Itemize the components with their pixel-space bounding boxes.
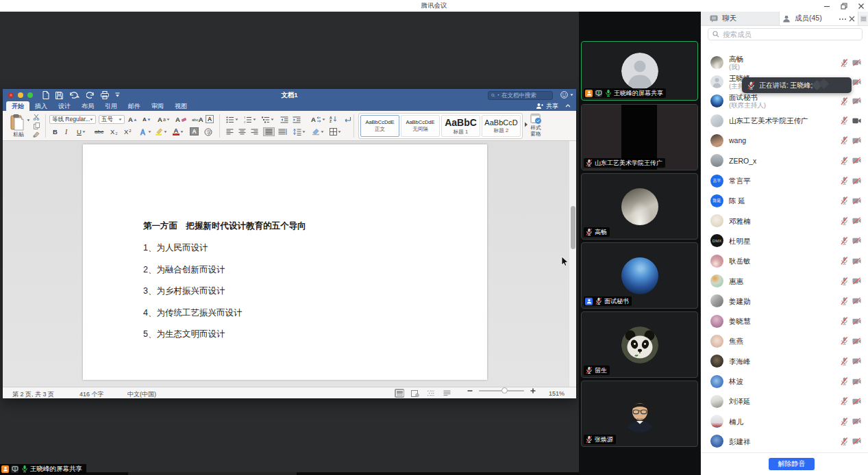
align-left-button[interactable] [226, 127, 234, 136]
font-size-combo[interactable]: 五号 [99, 115, 125, 124]
member-row[interactable]: 姜建勋 [701, 291, 868, 311]
zoom-in-button[interactable] [530, 388, 536, 394]
font-color-button[interactable]: A [173, 127, 184, 136]
minimize-button[interactable] [822, 1, 831, 10]
grow-font-button[interactable]: A [128, 115, 137, 124]
draft-view-button[interactable] [442, 389, 451, 398]
video-tile[interactable]: 王晓峰的屏幕共享 [581, 41, 698, 101]
style-chip[interactable]: AaBbCcD 标题 2 [482, 115, 521, 137]
text-effects-button[interactable]: A [140, 127, 151, 136]
print-layout-view-button[interactable] [395, 389, 404, 398]
camera-status-icon[interactable] [852, 437, 861, 445]
text-direction-button[interactable]: A [311, 115, 325, 124]
mic-status-icon[interactable] [841, 59, 848, 67]
camera-status-icon[interactable] [852, 237, 861, 244]
unmute-button[interactable]: 解除静音 [769, 458, 815, 470]
camera-status-icon[interactable] [852, 177, 861, 185]
member-row[interactable]: 姜晓慧 [701, 311, 868, 331]
video-tile[interactable]: 面试秘书 [581, 242, 698, 309]
member-row[interactable]: 彭建祥 [701, 431, 868, 451]
align-center-button[interactable] [238, 127, 246, 136]
panel-layout-button[interactable] [860, 16, 867, 22]
subscript-button[interactable]: X2 [110, 127, 118, 136]
member-row[interactable]: 言平 常言平 [701, 170, 868, 190]
member-row[interactable]: wang [701, 131, 868, 151]
close-button[interactable] [856, 1, 865, 10]
format-painter-icon[interactable] [33, 131, 40, 138]
ribbon-tab[interactable]: 设计 [53, 101, 76, 111]
member-row[interactable]: 林波 [701, 371, 868, 391]
camera-status-icon[interactable] [852, 97, 861, 105]
change-case-button[interactable]: Aa [158, 115, 170, 124]
mic-status-icon[interactable] [841, 317, 848, 325]
web-layout-view-button[interactable] [410, 389, 420, 398]
underline-button[interactable]: U [77, 127, 86, 136]
mic-status-icon[interactable] [841, 136, 848, 144]
mic-status-icon[interactable] [841, 337, 848, 345]
camera-status-icon[interactable] [852, 197, 861, 205]
member-search-box[interactable] [708, 28, 863, 40]
multilevel-list-button[interactable] [262, 115, 274, 124]
highlight-button[interactable] [155, 127, 167, 136]
camera-status-icon[interactable] [852, 297, 861, 305]
camera-status-icon[interactable] [852, 378, 861, 385]
member-row[interactable]: 邓雅楠 [701, 211, 868, 231]
align-right-button[interactable] [251, 127, 258, 136]
paste-icon[interactable] [10, 114, 24, 131]
member-row[interactable]: 惠惠 [701, 271, 868, 291]
camera-status-icon[interactable] [852, 78, 861, 86]
ribbon-tab[interactable]: 开始 [6, 101, 29, 111]
ribbon-tab[interactable]: 布局 [76, 101, 99, 111]
member-row[interactable]: ZERO_x [701, 151, 868, 170]
camera-status-icon[interactable] [852, 337, 861, 345]
line-spacing-button[interactable] [293, 127, 306, 136]
borders-button[interactable] [330, 127, 341, 136]
member-row[interactable]: 耿岳敏 [701, 251, 868, 271]
style-chip[interactable]: AaBbCcDdE 无间隔 [401, 115, 440, 137]
ribbon-tab[interactable]: 引用 [99, 101, 123, 111]
style-pane-button[interactable]: 样式窗格 [528, 114, 544, 137]
feedback-smiley[interactable] [560, 91, 573, 99]
ribbon-tab[interactable]: 邮件 [123, 101, 146, 111]
zoom-slider-thumb[interactable] [501, 387, 508, 394]
style-chip[interactable]: AaBbCcDdE 正文 [360, 115, 399, 137]
italic-button[interactable]: I [65, 127, 67, 136]
sort-button[interactable]: AZ [330, 115, 337, 124]
camera-status-icon[interactable] [852, 277, 861, 285]
camera-status-icon[interactable] [852, 217, 861, 224]
font-name-combo[interactable]: 等线 Regular... [49, 115, 96, 124]
video-tile[interactable]: 高畅 [581, 173, 698, 240]
show-marks-button[interactable] [344, 115, 351, 124]
bold-button[interactable]: B [53, 127, 58, 136]
member-row[interactable]: 陈延 陈 延 [701, 191, 868, 211]
member-row[interactable]: 楠儿 [701, 411, 868, 431]
distribute-button[interactable] [278, 127, 287, 136]
member-row[interactable]: 焦燕 [701, 331, 868, 351]
ribbon-tab[interactable]: 插入 [29, 101, 53, 111]
camera-status-icon[interactable] [852, 418, 861, 425]
character-border-button[interactable]: A [206, 115, 214, 123]
phonetic-guide-button[interactable]: abcA [192, 115, 203, 124]
camera-status-icon[interactable] [852, 117, 861, 125]
video-tile[interactable]: 张焕源 [581, 381, 698, 447]
paste-caret-icon[interactable] [27, 119, 30, 122]
mic-status-icon[interactable] [841, 196, 848, 205]
camera-status-icon[interactable] [852, 137, 861, 144]
outline-view-button[interactable] [426, 389, 436, 398]
mic-status-icon[interactable] [841, 437, 848, 446]
camera-status-icon[interactable] [852, 157, 861, 164]
mic-status-icon[interactable] [841, 357, 848, 365]
cut-icon[interactable] [33, 114, 40, 120]
mic-status-icon[interactable] [841, 257, 848, 265]
character-shading-button[interactable]: A [190, 127, 199, 136]
mic-status-icon[interactable] [841, 377, 848, 385]
ribbon-tab[interactable]: 视图 [169, 101, 193, 111]
word-search-input[interactable] [501, 92, 549, 99]
style-chip[interactable]: AaBbC 标题 1 [441, 115, 480, 137]
mic-status-icon[interactable] [841, 116, 848, 125]
mic-status-icon[interactable] [841, 277, 848, 285]
video-tile[interactable]: 留生 [581, 311, 698, 378]
mic-status-icon[interactable] [841, 157, 848, 165]
member-row[interactable]: DMX 杜明星 [701, 231, 868, 251]
zoom-out-button[interactable] [467, 388, 473, 394]
